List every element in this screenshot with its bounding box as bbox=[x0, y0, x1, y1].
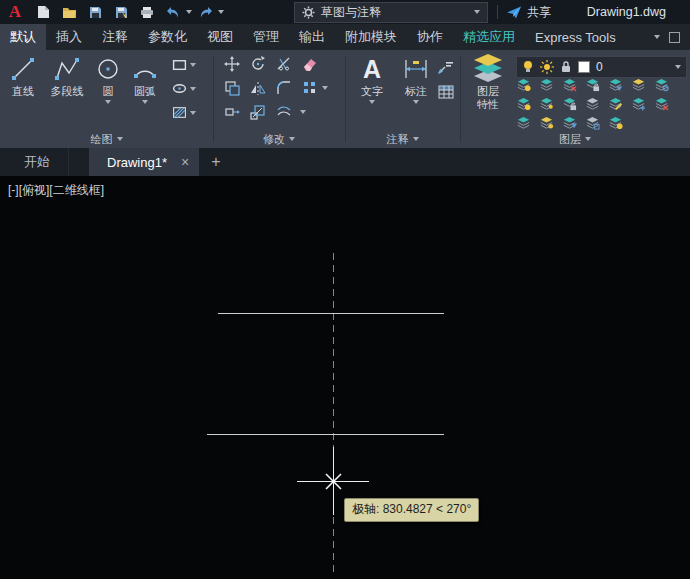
layer-properties-button[interactable]: 图层 特性 bbox=[464, 53, 512, 111]
layer-isolate-button[interactable] bbox=[539, 77, 554, 96]
layer-turn-all-on-button[interactable] bbox=[539, 115, 554, 134]
layer-delete-button[interactable] bbox=[654, 96, 669, 115]
layer-merge-button[interactable] bbox=[631, 96, 646, 115]
table-tool-button[interactable] bbox=[438, 84, 454, 100]
redo-dropdown-arrow[interactable] bbox=[218, 10, 224, 14]
drawing1-tab[interactable]: Drawing1* × bbox=[89, 148, 199, 176]
close-tab-button[interactable]: × bbox=[181, 155, 189, 169]
layer-walk-button[interactable] bbox=[654, 77, 669, 96]
ribbon-tab-express-tools[interactable]: Express Tools bbox=[525, 24, 626, 50]
viewport-view-control[interactable]: [俯视] bbox=[19, 183, 50, 197]
text-tool-button[interactable]: A 文字 bbox=[352, 53, 392, 104]
layer-match-button[interactable] bbox=[608, 77, 623, 96]
erase-tool-button[interactable] bbox=[300, 55, 320, 73]
circle-tool-button[interactable]: 圆 bbox=[92, 53, 124, 104]
modify-panel-label[interactable]: 修改 bbox=[213, 132, 345, 146]
array-dropdown-arrow[interactable] bbox=[322, 86, 328, 90]
line-tool-button[interactable]: 直线 bbox=[4, 53, 42, 98]
layers-panel-label[interactable]: 图层 bbox=[460, 132, 690, 146]
ribbon-tabbar: 默认 插入 注释 参数化 视图 管理 输出 附加模块 协作 精选应用 Expre… bbox=[0, 24, 690, 50]
draw-panel-expand-arrow bbox=[117, 137, 123, 141]
stretch-tool-button[interactable] bbox=[222, 103, 242, 121]
dimension-dropdown-arrow[interactable] bbox=[413, 100, 419, 104]
layer-on-button[interactable] bbox=[516, 96, 531, 115]
ribbon-tab-view[interactable]: 视图 bbox=[197, 24, 243, 50]
ribbon-tab-output[interactable]: 输出 bbox=[289, 24, 335, 50]
rectangle-dropdown-arrow[interactable] bbox=[190, 63, 196, 67]
circle-dropdown-arrow[interactable] bbox=[105, 100, 111, 104]
line-icon bbox=[10, 53, 36, 85]
ribbon-tab-insert[interactable]: 插入 bbox=[46, 24, 92, 50]
layer-dropdown[interactable]: 0 bbox=[516, 56, 687, 78]
move-tool-button[interactable] bbox=[222, 55, 242, 73]
start-tab[interactable]: 开始 bbox=[6, 148, 69, 176]
undo-button[interactable] bbox=[160, 1, 186, 23]
ribbon-tab-manage[interactable]: 管理 bbox=[243, 24, 289, 50]
copy-tool-button[interactable] bbox=[222, 79, 242, 97]
layer-copy-objects-button[interactable] bbox=[585, 115, 600, 134]
ribbon-tab-featured-apps[interactable]: 精选应用 bbox=[453, 24, 525, 50]
mirror-tool-button[interactable] bbox=[248, 79, 268, 97]
new-drawing-tab-button[interactable]: + bbox=[199, 148, 232, 176]
ribbon-display-toggle[interactable] bbox=[669, 32, 680, 43]
scale-tool-button[interactable] bbox=[248, 103, 268, 121]
arc-tool-button[interactable]: 圆弧 bbox=[126, 53, 164, 104]
text-dropdown-arrow[interactable] bbox=[369, 100, 375, 104]
app-menu-button[interactable]: A bbox=[0, 0, 30, 24]
modify-more-arrow[interactable] bbox=[300, 110, 306, 114]
workspace-dropdown[interactable]: 草图与注释 bbox=[294, 2, 488, 23]
layer-unlock-button[interactable] bbox=[562, 96, 577, 115]
layer-prev-button[interactable] bbox=[631, 77, 646, 96]
layer-freeze-all-button[interactable] bbox=[516, 115, 531, 134]
plot-button[interactable] bbox=[134, 1, 160, 23]
rectangle-tool-button[interactable] bbox=[172, 57, 196, 72]
ribbon-collapse-arrow[interactable] bbox=[654, 35, 660, 39]
new-file-icon bbox=[37, 5, 50, 19]
layer-states-button[interactable] bbox=[608, 115, 623, 134]
viewport-visual-style-control[interactable]: [二维线框] bbox=[49, 183, 104, 197]
viewport-menu-control[interactable]: [-] bbox=[8, 183, 19, 197]
hatch-tool-button[interactable] bbox=[172, 105, 196, 120]
ribbon-tab-annotate[interactable]: 注释 bbox=[92, 24, 138, 50]
offset-tool-button[interactable] bbox=[274, 103, 294, 121]
leader-tool-button[interactable] bbox=[438, 58, 454, 74]
ribbon: 直线 多段线 圆 圆弧 绘图 bbox=[0, 50, 690, 148]
trim-tool-button[interactable] bbox=[274, 55, 294, 73]
file-tab-bar: 开始 Drawing1* × + bbox=[0, 148, 690, 176]
dimension-tool-button[interactable]: 标注 bbox=[396, 53, 436, 104]
drawing-canvas[interactable]: [-][俯视][二维线框] 极轴: 830.4827 < 270° bbox=[0, 176, 690, 579]
layer-unisolate-button[interactable] bbox=[585, 96, 600, 115]
ellipse-tool-button[interactable] bbox=[172, 81, 196, 96]
share-button[interactable]: 共享 bbox=[507, 4, 551, 21]
arc-dropdown-arrow[interactable] bbox=[142, 100, 148, 104]
ribbon-tab-home[interactable]: 默认 bbox=[0, 24, 46, 50]
ribbon-tab-parametric[interactable]: 参数化 bbox=[138, 24, 197, 50]
fillet-tool-button[interactable] bbox=[274, 79, 294, 97]
new-file-button[interactable] bbox=[30, 1, 56, 23]
draw-panel-label[interactable]: 绘图 bbox=[0, 132, 213, 146]
layer-thaw-button[interactable] bbox=[539, 96, 554, 115]
ribbon-tab-addins[interactable]: 附加模块 bbox=[335, 24, 407, 50]
annotate-panel-label[interactable]: 注释 bbox=[345, 132, 460, 146]
save-button[interactable] bbox=[82, 1, 108, 23]
hatch-icon bbox=[172, 105, 187, 120]
layer-freeze-button[interactable] bbox=[562, 77, 577, 96]
polyline-tool-button[interactable]: 多段线 bbox=[44, 53, 90, 98]
hatch-dropdown-arrow[interactable] bbox=[190, 111, 196, 115]
share-label: 共享 bbox=[527, 4, 551, 21]
ellipse-dropdown-arrow[interactable] bbox=[190, 87, 196, 91]
scale-icon bbox=[250, 104, 266, 120]
layer-off-button[interactable] bbox=[516, 77, 531, 96]
layer-change-button[interactable] bbox=[608, 96, 623, 115]
open-file-button[interactable] bbox=[56, 1, 82, 23]
layer-lock-button[interactable] bbox=[585, 77, 600, 96]
ribbon-tab-controls bbox=[654, 24, 690, 50]
save-as-button[interactable] bbox=[108, 1, 134, 23]
panel-separator bbox=[460, 56, 461, 142]
layers-panel-expand-arrow bbox=[585, 137, 591, 141]
rotate-tool-button[interactable] bbox=[248, 55, 268, 73]
text-label: 文字 bbox=[361, 85, 383, 98]
redo-button[interactable] bbox=[192, 1, 218, 23]
array-tool-button[interactable] bbox=[300, 79, 320, 97]
ribbon-tab-collaborate[interactable]: 协作 bbox=[407, 24, 453, 50]
